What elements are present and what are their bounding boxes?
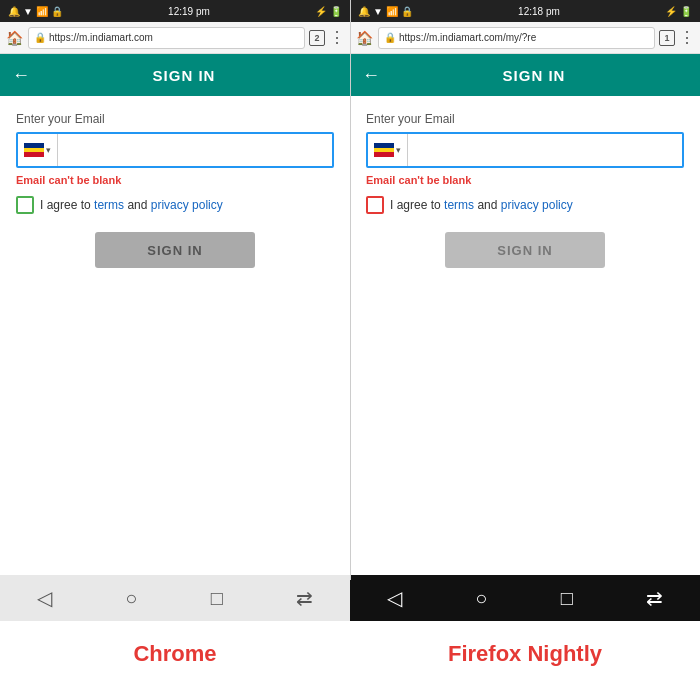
right-signal-icon: 📶 [386,6,398,17]
lock-icon-right: 🔒 [384,32,396,43]
back-nav-left[interactable]: ◁ [37,586,52,610]
url-text-right: https://m.indiamart.com/my/?re [399,32,536,43]
content-area-right: Enter your Email ▾ Email can't be blank … [350,96,700,284]
right-time: 12:18 pm [518,6,560,17]
back-button-right[interactable]: ← [362,65,380,86]
email-input-right[interactable] [408,134,682,166]
home-button-left[interactable]: 🏠 [4,28,24,48]
terms-checkbox-left[interactable] [16,196,34,214]
signin-title-left: SIGN IN [30,67,338,84]
terms-link-right[interactable]: terms [444,198,474,212]
email-input-wrapper-left: ▾ [16,132,334,168]
firefox-label: Firefox Nightly [448,641,602,667]
tab-badge-right[interactable]: 1 [659,30,675,46]
email-input-wrapper-right: ▾ [366,132,684,168]
browser-chrome-bar-left: 🏠 🔒 https://m.indiamart.com 2 ⋮ [0,22,350,54]
tab-badge-left[interactable]: 2 [309,30,325,46]
signin-title-right: SIGN IN [380,67,688,84]
browser-labels: Chrome Firefox Nightly [0,621,700,687]
left-status-right-icons: ⚡ 🔋 [315,6,342,17]
nav-bar-right: ◁ ○ □ ⇄ [350,575,700,621]
terms-text-left: I agree to terms and privacy policy [40,198,223,212]
status-bar-left: 🔔 ▼ 📶 🔒 12:19 pm ⚡ 🔋 [0,0,350,22]
terms-link-left[interactable]: terms [94,198,124,212]
wifi-icon: ▼ [23,6,33,17]
flag-selector-right[interactable]: ▾ [368,134,408,166]
error-message-right: Email can't be blank [366,174,684,186]
status-bar-right: 🔔 ▼ 📶 🔒 12:18 pm ⚡ 🔋 [350,0,700,22]
right-usb-icon: ⚡ [665,6,677,17]
right-status-left-icons: 🔔 ▼ 📶 🔒 [358,6,413,17]
square-nav-right[interactable]: □ [561,587,573,610]
signal-icon: 📶 [36,6,48,17]
chrome-label: Chrome [133,641,216,667]
right-lock-status-icon: 🔒 [401,6,413,17]
square-nav-left[interactable]: □ [211,587,223,610]
lock-status-icon: 🔒 [51,6,63,17]
signin-button-right[interactable]: SIGN IN [445,232,605,268]
lock-icon-left: 🔒 [34,32,46,43]
email-input-left[interactable] [58,134,332,166]
right-status-right-icons: ⚡ 🔋 [665,6,692,17]
menu-button-left[interactable]: ⋮ [329,28,346,47]
home-button-right[interactable]: 🏠 [354,28,374,48]
flag-icon-left [24,143,44,157]
dropdown-arrow-left: ▾ [46,145,51,155]
terms-row-right: I agree to terms and privacy policy [366,196,684,214]
left-status-icons-left: 🔔 ▼ 📶 🔒 [8,6,63,17]
tabs-nav-right[interactable]: ⇄ [646,586,663,610]
right-notification-icon: 🔔 [358,6,370,17]
browser-divider [350,0,351,580]
flag-icon-right [374,143,394,157]
terms-row-left: I agree to terms and privacy policy [16,196,334,214]
privacy-link-left[interactable]: privacy policy [151,198,223,212]
left-time: 12:19 pm [168,6,210,17]
email-label-right: Enter your Email [366,112,684,126]
flag-selector-left[interactable]: ▾ [18,134,58,166]
error-message-left: Email can't be blank [16,174,334,186]
home-nav-right[interactable]: ○ [475,587,487,610]
address-bar-left[interactable]: 🔒 https://m.indiamart.com [28,27,305,49]
signin-header-left: ← SIGN IN [0,54,350,96]
email-label-left: Enter your Email [16,112,334,126]
privacy-link-right[interactable]: privacy policy [501,198,573,212]
terms-text-right: I agree to terms and privacy policy [390,198,573,212]
content-area-left: Enter your Email ▾ Email can't be blank … [0,96,350,284]
address-bar-right[interactable]: 🔒 https://m.indiamart.com/my/?re [378,27,655,49]
right-wifi-icon: ▼ [373,6,383,17]
battery-icon: 🔋 [330,6,342,17]
right-battery-icon: 🔋 [680,6,692,17]
usb-icon: ⚡ [315,6,327,17]
signin-header-right: ← SIGN IN [350,54,700,96]
nav-bar-left: ◁ ○ □ ⇄ [0,575,350,621]
tabs-nav-left[interactable]: ⇄ [296,586,313,610]
url-text-left: https://m.indiamart.com [49,32,153,43]
firefox-label-container: Firefox Nightly [350,621,700,687]
dropdown-arrow-right: ▾ [396,145,401,155]
menu-button-right[interactable]: ⋮ [679,28,696,47]
notification-icon: 🔔 [8,6,20,17]
back-nav-right[interactable]: ◁ [387,586,402,610]
back-button-left[interactable]: ← [12,65,30,86]
terms-checkbox-right[interactable] [366,196,384,214]
browser-chrome-bar-right: 🏠 🔒 https://m.indiamart.com/my/?re 1 ⋮ [350,22,700,54]
signin-button-left[interactable]: SIGN IN [95,232,255,268]
chrome-label-container: Chrome [0,621,350,687]
home-nav-left[interactable]: ○ [125,587,137,610]
